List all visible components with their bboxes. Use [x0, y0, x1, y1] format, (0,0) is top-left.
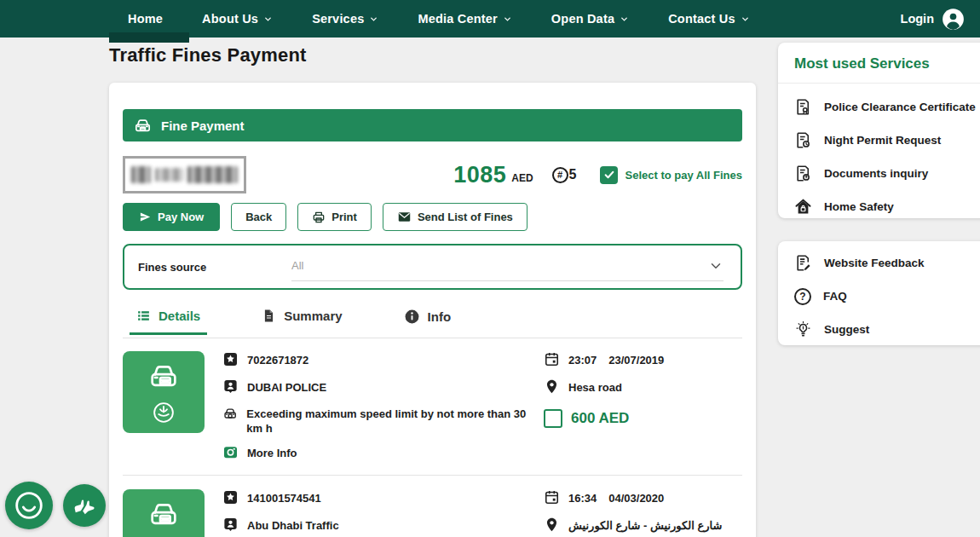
nav-item-open-data[interactable]: Open Data — [551, 12, 629, 26]
fine-number-row: 7022671872 — [222, 351, 544, 371]
page-title: Traffic Fines Payment — [109, 44, 307, 66]
document-icon — [262, 309, 276, 323]
police-badge-icon — [151, 400, 176, 425]
star-badge-icon — [222, 351, 239, 367]
question-circle-icon: ? — [794, 288, 811, 305]
house-lock-icon — [794, 198, 812, 216]
nav-item-media-center[interactable]: Media Center — [418, 12, 511, 26]
fine-location: شارع الكورنيش - شارع الكورنيش — [568, 517, 722, 532]
car-icon — [222, 406, 238, 422]
tab-details[interactable]: Details — [130, 305, 207, 335]
person-badge-icon — [222, 517, 239, 533]
nav-item-home[interactable]: Home — [128, 12, 163, 26]
fine-number: 141001574541 — [247, 489, 321, 505]
fine-payment-header: Fine Payment — [123, 109, 742, 141]
send-list-of-fines-button[interactable]: Send List of Fines — [383, 203, 527, 231]
fine-datetime-row: 23:0723/07/2019 — [544, 351, 742, 371]
user-avatar-icon[interactable] — [942, 8, 965, 31]
select-all-fines: Select to pay All Fines — [600, 166, 742, 184]
service-home-safety[interactable]: Home Safety — [778, 190, 980, 218]
nav-menu: Home About Us Services Media Center Open… — [128, 12, 750, 26]
traffic-fine-tile — [123, 351, 205, 433]
chevron-down-icon — [369, 14, 378, 24]
chevron-down-icon — [741, 14, 750, 24]
fine-authority: DUBAI POLICE — [247, 378, 326, 394]
divider — [123, 475, 742, 476]
action-buttons: Pay Now Back Print Send List of Fines — [123, 203, 742, 231]
fine-location-row: شارع الكورنيش - شارع الكورنيش — [544, 517, 742, 536]
fine-location-row: Hesa road — [544, 378, 742, 398]
star-badge-icon — [222, 489, 239, 505]
fine-tabs: Details Summary Info — [123, 305, 742, 338]
login-button[interactable]: Login — [901, 12, 934, 26]
faq-link[interactable]: ? FAQ — [778, 280, 980, 313]
envelope-icon — [397, 210, 412, 224]
nav-item-about-us[interactable]: About Us — [202, 12, 273, 26]
fine-description: Exceeding maximum speed limit by not mor… — [246, 406, 544, 436]
chevron-down-icon — [503, 14, 512, 24]
car-icon — [144, 498, 183, 532]
info-icon — [404, 309, 420, 325]
car-icon — [133, 116, 153, 136]
tab-info[interactable]: Info — [397, 305, 458, 334]
totals-row: 1085 AED # 5 Select to pay All Fines — [123, 156, 742, 193]
hands-icon — [71, 492, 98, 519]
fine-time: 16:34 — [568, 492, 597, 505]
certificate-document-icon — [794, 98, 812, 116]
select-all-checkbox[interactable] — [600, 166, 618, 184]
fines-source-dropdown[interactable]: Fines source All — [123, 244, 742, 290]
fine-payment-title: Fine Payment — [161, 118, 245, 133]
fine-select-checkbox[interactable] — [544, 409, 562, 428]
sign-language-button[interactable] — [63, 484, 106, 527]
printer-icon — [312, 211, 326, 224]
fine-amount-row: 600 AED — [544, 409, 742, 428]
fine-number: 7022671872 — [247, 351, 308, 367]
fine-description-row: Exceeding maximum speed limit by not mor… — [222, 406, 544, 436]
more-info-row[interactable]: More Info — [222, 444, 544, 464]
fine-authority: Abu Dhabi Traffic — [247, 517, 339, 532]
nav-item-contact-us[interactable]: Contact Us — [668, 12, 750, 26]
list-icon — [136, 309, 151, 323]
nav-item-services[interactable]: Services — [312, 12, 378, 26]
fine-authority-row: Abu Dhabi Traffic — [222, 517, 544, 536]
location-pin-icon — [544, 517, 560, 533]
document-question-icon — [794, 165, 812, 182]
fine-authority-row: DUBAI POLICE — [222, 378, 544, 398]
license-plate — [123, 156, 246, 193]
fine-amount: 600 AED — [571, 410, 629, 427]
service-documents-inquiry[interactable]: Documents inquiry — [778, 157, 980, 190]
chevron-down-icon — [620, 14, 629, 24]
most-used-services-title: Most used Services — [778, 43, 980, 84]
print-button[interactable]: Print — [297, 203, 372, 231]
currency-label: AED — [511, 172, 533, 184]
fine-time: 23:07 — [568, 354, 597, 367]
chevron-down-icon — [708, 258, 723, 274]
chevron-down-icon — [263, 14, 273, 24]
hash-icon: # — [552, 167, 568, 183]
fine-row: 141001574541 Abu Dhabi Traffic 16:3404/0… — [123, 489, 742, 537]
service-night-permit-request[interactable]: Night Permit Request — [778, 124, 980, 157]
fine-payment-card: Fine Payment 1085 AED # 5 Select to pay … — [109, 83, 756, 537]
active-nav-indicator — [109, 32, 189, 43]
location-pin-icon — [544, 378, 560, 395]
pay-now-button[interactable]: Pay Now — [123, 203, 220, 231]
calendar-icon — [544, 489, 560, 505]
most-used-services-card: Most used Services Police Clearance Cert… — [778, 43, 980, 218]
feedback-document-pencil-icon — [794, 254, 812, 272]
fine-datetime-row: 16:3404/03/2020 — [544, 489, 742, 509]
more-info-link[interactable]: More Info — [247, 444, 297, 459]
website-feedback-link[interactable]: Website Feedback — [778, 246, 980, 280]
smiley-icon — [12, 488, 46, 523]
fines-source-value: All — [291, 259, 303, 272]
fine-row: 7022671872 DUBAI POLICE Exceeding maximu… — [123, 351, 742, 464]
car-icon — [144, 360, 183, 394]
fine-date: 04/03/2020 — [608, 492, 664, 505]
happiness-feedback-button[interactable] — [5, 482, 53, 529]
person-badge-icon — [222, 378, 239, 395]
tab-summary[interactable]: Summary — [255, 305, 349, 332]
service-police-clearance-certificate[interactable]: Police Clearance Certificate — [778, 90, 980, 124]
fines-source-label: Fines source — [138, 261, 291, 274]
suggest-link[interactable]: Suggest — [778, 313, 980, 345]
back-button[interactable]: Back — [231, 203, 286, 231]
help-links-card: Website Feedback ? FAQ Suggest — [778, 241, 980, 345]
